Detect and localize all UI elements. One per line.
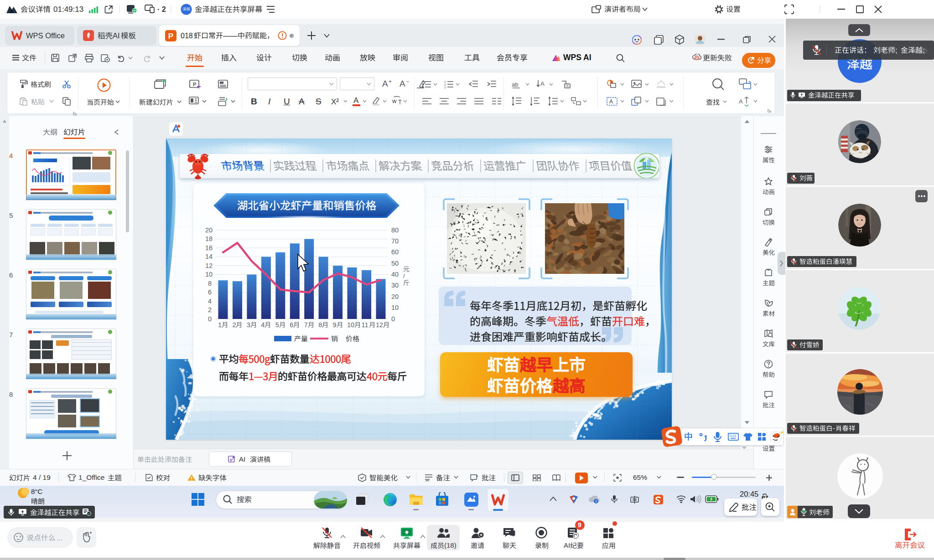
svg-text:A: A xyxy=(739,98,743,105)
svg-text:P: P xyxy=(193,82,196,87)
svg-text:w: w xyxy=(392,98,397,104)
svg-text:A: A xyxy=(609,98,613,105)
svg-text:ab: ab xyxy=(512,81,518,88)
svg-text:P: P xyxy=(168,32,173,41)
svg-text:3: 3 xyxy=(444,86,446,88)
svg-text:A: A xyxy=(540,80,545,87)
